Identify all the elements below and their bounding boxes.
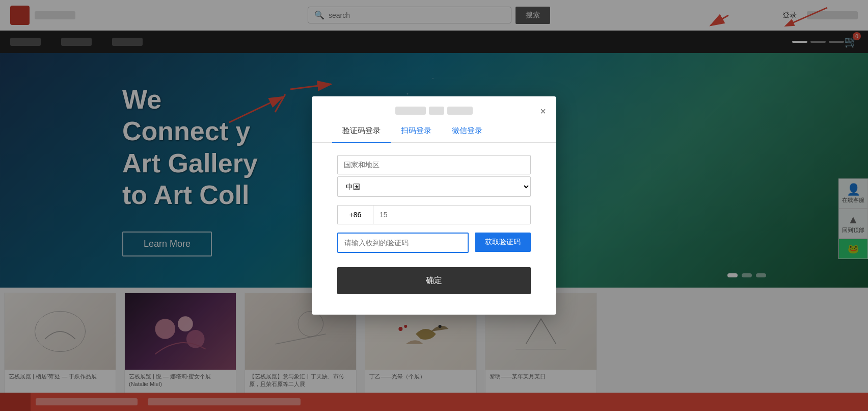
- tab-qrcode[interactable]: 扫码登录: [391, 120, 442, 143]
- modal-header: ×: [312, 96, 556, 120]
- modal-close-button[interactable]: ×: [540, 106, 546, 117]
- modal-logo: [395, 107, 473, 115]
- phone-input[interactable]: [373, 205, 531, 224]
- tab-verification[interactable]: 验证码登录: [332, 120, 391, 143]
- modal-tabs: 验证码登录 扫码登录 微信登录: [312, 120, 556, 143]
- modal-logo-block-1: [395, 107, 426, 115]
- verification-input[interactable]: [337, 233, 469, 253]
- country-input[interactable]: [337, 155, 531, 174]
- tab-wechat[interactable]: 微信登录: [442, 120, 493, 143]
- get-verification-btn[interactable]: 获取验证码: [475, 233, 531, 252]
- country-select[interactable]: 中国: [337, 176, 531, 197]
- phone-field: +86: [337, 205, 531, 224]
- phone-row: +86: [337, 205, 531, 224]
- modal-logo-block-2: [429, 107, 444, 115]
- modal-logo-block-3: [447, 107, 473, 115]
- verification-row: 获取验证码: [337, 233, 531, 253]
- phone-prefix: +86: [337, 205, 373, 224]
- confirm-button[interactable]: 确定: [337, 267, 531, 294]
- modal-body: 中国 +86 获取验证码: [312, 155, 556, 253]
- login-modal: × 验证码登录 扫码登录 微信登录 中国 +86 获取验证码 确定: [312, 96, 556, 315]
- country-field: 中国: [337, 155, 531, 197]
